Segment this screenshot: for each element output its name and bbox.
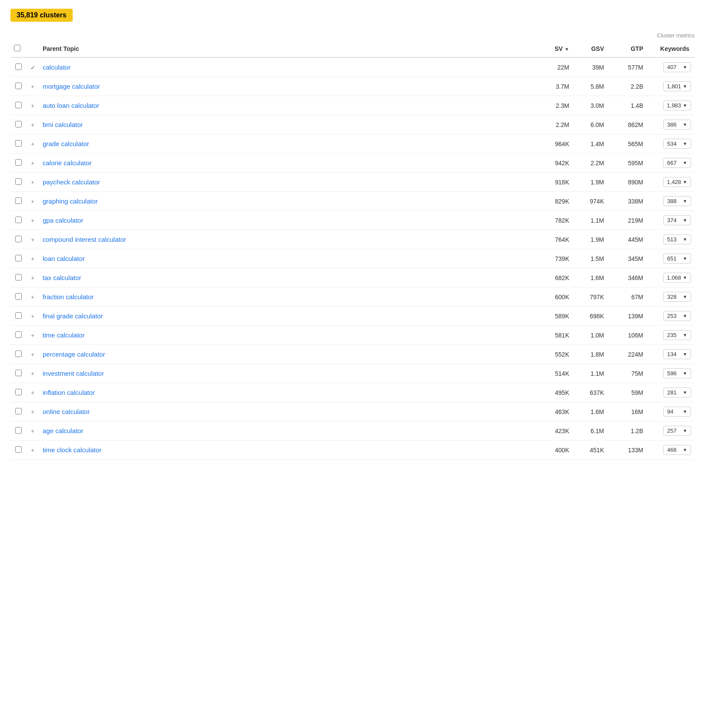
- select-all-checkbox[interactable]: [14, 45, 20, 51]
- row-checkbox-cell[interactable]: [10, 173, 26, 192]
- row-checkbox-cell[interactable]: [10, 268, 26, 287]
- row-checkbox-cell[interactable]: [10, 383, 26, 402]
- row-checkbox-cell[interactable]: [10, 115, 26, 134]
- row-checkbox-cell[interactable]: [10, 154, 26, 173]
- keywords-dropdown-button[interactable]: 257▼: [663, 426, 691, 436]
- topic-link[interactable]: bmi calculator: [43, 121, 83, 128]
- row-expand-cell[interactable]: +: [26, 211, 39, 230]
- row-checkbox-cell[interactable]: [10, 307, 26, 326]
- topic-link[interactable]: grade calculator: [43, 140, 89, 147]
- row-checkbox[interactable]: [15, 427, 22, 434]
- row-checkbox[interactable]: [15, 331, 22, 338]
- sv-header[interactable]: SV ▼: [534, 40, 573, 57]
- row-checkbox[interactable]: [15, 370, 22, 376]
- row-expand-cell[interactable]: +: [26, 383, 39, 402]
- row-checkbox-cell[interactable]: [10, 230, 26, 249]
- keywords-dropdown-button[interactable]: 651▼: [663, 254, 691, 264]
- topic-link[interactable]: final grade calculator: [43, 312, 103, 320]
- keywords-dropdown-button[interactable]: 281▼: [663, 387, 691, 397]
- row-checkbox-cell[interactable]: [10, 421, 26, 441]
- keywords-dropdown-button[interactable]: 328▼: [663, 292, 691, 302]
- row-checkbox[interactable]: [15, 83, 22, 89]
- row-expand-cell[interactable]: +: [26, 230, 39, 249]
- keywords-dropdown-button[interactable]: 94▼: [663, 407, 691, 417]
- keywords-dropdown-button[interactable]: 253▼: [663, 311, 691, 321]
- topic-link[interactable]: loan calculator: [43, 255, 85, 262]
- row-checkbox-cell[interactable]: [10, 326, 26, 345]
- row-checkbox-cell[interactable]: [10, 402, 26, 421]
- topic-link[interactable]: compound interest calculator: [43, 236, 126, 243]
- keywords-dropdown-button[interactable]: 466▼: [663, 445, 691, 455]
- row-expand-cell[interactable]: +: [26, 173, 39, 192]
- topic-link[interactable]: percentage calculator: [43, 351, 105, 358]
- row-expand-cell[interactable]: +: [26, 134, 39, 154]
- row-checkbox[interactable]: [15, 236, 22, 242]
- topic-link[interactable]: time clock calculator: [43, 446, 101, 454]
- keywords-dropdown-button[interactable]: 235▼: [663, 330, 691, 340]
- row-checkbox-cell[interactable]: [10, 211, 26, 230]
- topic-link[interactable]: online calculator: [43, 408, 90, 415]
- topic-link[interactable]: time calculator: [43, 331, 85, 339]
- row-expand-cell[interactable]: +: [26, 96, 39, 115]
- topic-link[interactable]: investment calculator: [43, 370, 104, 377]
- topic-link[interactable]: calculator: [43, 63, 70, 71]
- keywords-dropdown-button[interactable]: 134▼: [663, 349, 691, 359]
- row-checkbox[interactable]: [15, 351, 22, 357]
- row-checkbox[interactable]: [15, 217, 22, 223]
- row-expand-cell[interactable]: +: [26, 287, 39, 307]
- row-expand-cell[interactable]: +: [26, 268, 39, 287]
- keywords-dropdown-button[interactable]: 534▼: [663, 139, 691, 149]
- topic-link[interactable]: mortgage calculator: [43, 83, 100, 90]
- row-expand-cell[interactable]: +: [26, 192, 39, 211]
- row-checkbox[interactable]: [15, 197, 22, 204]
- keywords-dropdown-button[interactable]: 667▼: [663, 158, 691, 168]
- row-checkbox[interactable]: [15, 274, 22, 281]
- topic-link[interactable]: tax calculator: [43, 274, 81, 281]
- topic-link[interactable]: inflation calculator: [43, 389, 95, 396]
- row-checkbox-cell[interactable]: [10, 364, 26, 383]
- row-expand-cell[interactable]: +: [26, 307, 39, 326]
- row-expand-cell[interactable]: +: [26, 115, 39, 134]
- select-all-header[interactable]: [10, 40, 26, 57]
- row-checkbox[interactable]: [15, 446, 22, 453]
- topic-link[interactable]: calorie calculator: [43, 159, 92, 167]
- row-expand-cell[interactable]: +: [26, 154, 39, 173]
- keywords-dropdown-button[interactable]: 1,801▼: [663, 81, 691, 91]
- row-checkbox[interactable]: [15, 102, 22, 108]
- keywords-dropdown-button[interactable]: 388▼: [663, 196, 691, 206]
- row-checkbox[interactable]: [15, 159, 22, 166]
- row-expand-cell[interactable]: ✓: [26, 57, 39, 77]
- row-checkbox-cell[interactable]: [10, 287, 26, 307]
- row-checkbox-cell[interactable]: [10, 345, 26, 364]
- row-checkbox[interactable]: [15, 63, 22, 70]
- row-checkbox[interactable]: [15, 140, 22, 147]
- row-expand-cell[interactable]: +: [26, 364, 39, 383]
- topic-link[interactable]: graphing calculator: [43, 197, 98, 205]
- row-checkbox[interactable]: [15, 389, 22, 395]
- keywords-dropdown-button[interactable]: 1,983▼: [663, 100, 691, 110]
- topic-link[interactable]: auto loan calculator: [43, 102, 99, 109]
- row-checkbox-cell[interactable]: [10, 77, 26, 96]
- row-checkbox-cell[interactable]: [10, 192, 26, 211]
- row-checkbox[interactable]: [15, 408, 22, 414]
- keywords-dropdown-button[interactable]: 513▼: [663, 234, 691, 244]
- row-expand-cell[interactable]: +: [26, 441, 39, 460]
- row-checkbox-cell[interactable]: [10, 249, 26, 268]
- row-expand-cell[interactable]: +: [26, 249, 39, 268]
- keywords-dropdown-button[interactable]: 596▼: [663, 368, 691, 378]
- keywords-dropdown-button[interactable]: 374▼: [663, 215, 691, 225]
- keywords-dropdown-button[interactable]: 386▼: [663, 120, 691, 130]
- row-checkbox[interactable]: [15, 178, 22, 185]
- row-checkbox-cell[interactable]: [10, 441, 26, 460]
- row-expand-cell[interactable]: +: [26, 421, 39, 441]
- row-checkbox-cell[interactable]: [10, 134, 26, 154]
- row-checkbox-cell[interactable]: [10, 57, 26, 77]
- keywords-dropdown-button[interactable]: 1,428▼: [663, 177, 691, 187]
- row-expand-cell[interactable]: +: [26, 77, 39, 96]
- topic-link[interactable]: age calculator: [43, 427, 83, 434]
- row-checkbox[interactable]: [15, 121, 22, 127]
- row-checkbox[interactable]: [15, 312, 22, 319]
- keywords-dropdown-button[interactable]: 407▼: [663, 62, 691, 72]
- row-checkbox-cell[interactable]: [10, 96, 26, 115]
- row-expand-cell[interactable]: +: [26, 345, 39, 364]
